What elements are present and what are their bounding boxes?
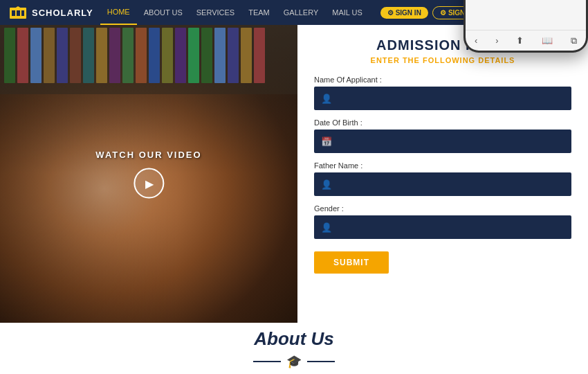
name-field: 👤 (314, 87, 571, 110)
book-7 (83, 28, 94, 83)
signin-icon: ⚙ (387, 9, 394, 17)
main-content: WATCH OUR VIDEO ▶ ADMISSION FORM ENTER T… (0, 25, 588, 323)
father-input[interactable] (338, 180, 564, 188)
phone-back-icon[interactable]: ‹ (475, 35, 477, 46)
bookshelf (0, 25, 297, 94)
svg-rect-3 (17, 10, 20, 16)
phone-share-icon[interactable]: ⬆ (516, 35, 524, 46)
book-1 (4, 28, 15, 83)
book-11 (136, 28, 147, 83)
video-overlay: WATCH OUR VIDEO ▶ (95, 150, 201, 199)
right-panel: ADMISSION FORM ENTER THE FOLLOWING DETAI… (297, 25, 588, 323)
watch-text: WATCH OUR VIDEO (95, 150, 201, 160)
book-3 (30, 28, 42, 83)
gender-field-group: Gender : 👤 (314, 204, 571, 239)
book-10 (122, 28, 134, 83)
divider-line-left (253, 361, 281, 362)
brand-name: SCHOLARLY (32, 8, 93, 18)
play-button[interactable]: ▶ (134, 168, 164, 199)
signup-icon: ⚙ (440, 9, 446, 17)
logo-icon (8, 5, 28, 20)
nav-about[interactable]: ABOUT US (137, 0, 190, 25)
name-field-group: Name Of Applicant : 👤 (314, 75, 571, 110)
book-14 (175, 28, 186, 83)
hero-section: WATCH OUR VIDEO ▶ (0, 25, 297, 323)
graduation-cap-icon: 🎓 (286, 354, 302, 369)
admission-form-section: ADMISSION FORM ENTER THE FOLLOWING DETAI… (297, 25, 588, 323)
phone-bottom-bar: ‹ › ⬆ 📖 ⧉ (466, 30, 586, 51)
nav-team[interactable]: TEAM (241, 0, 277, 25)
name-icon: 👤 (321, 93, 332, 104)
book-5 (57, 28, 68, 83)
father-field-group: Father Name : 👤 (314, 161, 571, 196)
book-17 (214, 28, 226, 83)
phone-mockup: .... IDEA ▼ 9:20 pm 50% ■ (463, 0, 588, 53)
father-icon: 👤 (321, 179, 332, 190)
book-20 (254, 28, 265, 83)
gender-label: Gender : (314, 204, 571, 213)
gender-field: 👤 (314, 215, 571, 239)
dob-field: 📅 (314, 130, 571, 153)
father-label: Father Name : (314, 161, 571, 170)
dob-label: Date Of Birth : (314, 118, 571, 127)
phone-bookmark-icon[interactable]: 📖 (542, 35, 553, 46)
nav-mail[interactable]: MAIL US (325, 0, 369, 25)
calendar-icon: 📅 (321, 136, 332, 147)
phone-tabs-icon[interactable]: ⧉ (571, 35, 577, 46)
submit-button[interactable]: SUBMIT (314, 251, 389, 274)
phone-body: SCHOLARLY ☰ 🔍 SIGN IN SIGN UP WAT (466, 0, 586, 30)
divider-line-right (307, 361, 335, 362)
father-field: 👤 (314, 172, 571, 196)
book-18 (228, 28, 239, 83)
form-subtitle: ENTER THE FOLLOWING DETAILS (314, 56, 571, 64)
book-16 (201, 28, 212, 83)
book-15 (188, 28, 199, 83)
phone-forward-icon[interactable]: › (495, 35, 498, 46)
logo[interactable]: SCHOLARLY (8, 5, 93, 20)
book-13 (162, 28, 173, 83)
gender-input[interactable] (338, 223, 564, 231)
svg-rect-4 (21, 10, 24, 16)
book-9 (109, 28, 120, 83)
about-section: About Us 🎓 (0, 323, 588, 374)
book-19 (241, 28, 252, 83)
nav-gallery[interactable]: GALLERY (277, 0, 326, 25)
signin-button[interactable]: ⚙ SIGN IN (380, 7, 428, 19)
play-icon: ▶ (145, 177, 154, 190)
book-12 (149, 28, 160, 83)
nav-services[interactable]: SERVICES (190, 0, 241, 25)
book-6 (70, 28, 81, 83)
book-8 (96, 28, 107, 83)
about-title: About Us (254, 328, 334, 350)
svg-rect-2 (12, 10, 15, 16)
name-label: Name Of Applicant : (314, 75, 571, 84)
book-4 (44, 28, 55, 83)
dob-input[interactable] (338, 137, 564, 145)
about-divider: 🎓 (253, 354, 335, 369)
nav-links: HOME ABOUT US SERVICES TEAM GALLERY MAIL… (100, 0, 380, 25)
nav-home[interactable]: HOME (100, 0, 137, 25)
gender-icon: 👤 (321, 222, 332, 233)
name-input[interactable] (338, 94, 564, 103)
book-2 (17, 28, 28, 83)
dob-field-group: Date Of Birth : 📅 (314, 118, 571, 153)
